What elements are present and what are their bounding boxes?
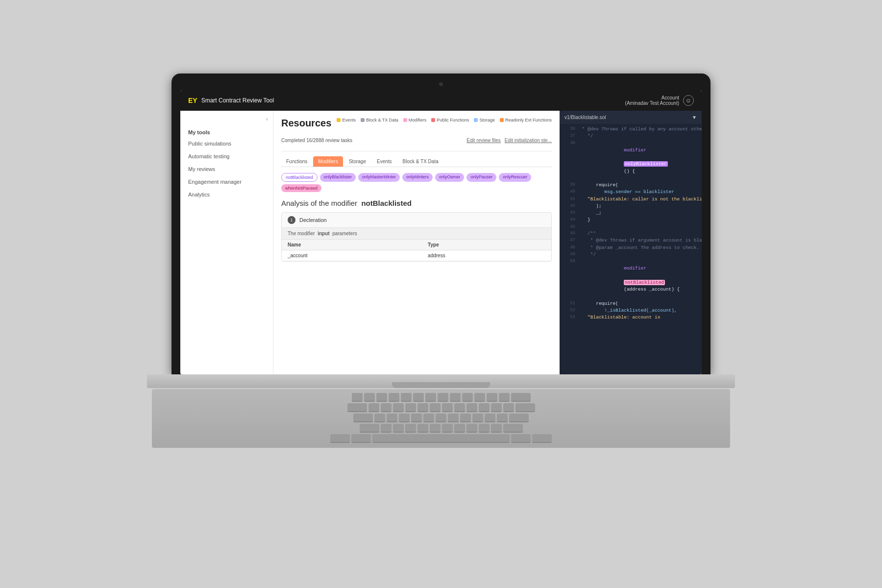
chip-onlyowner[interactable]: onlyOwner [435, 173, 464, 182]
analysis-title: Analysis of the modifier notBlacklisted [281, 199, 552, 207]
legend-dot-public-fn [431, 118, 435, 122]
key [430, 403, 441, 412]
tab-functions[interactable]: Functions [281, 156, 312, 167]
code-line-51: 51 require( [560, 300, 702, 307]
app-title: Smart Contract Review Tool [201, 97, 274, 104]
legend-public-functions: Public Functions [431, 118, 469, 122]
code-line-45: 45 [560, 224, 702, 231]
resources-section: Resources Events Block & TX Data [273, 111, 560, 267]
chip-onlyblacklister[interactable]: onlyBlacklister [320, 173, 356, 182]
code-line-46: 46 /** [560, 230, 702, 237]
code-line-39: 39 require( [560, 182, 702, 189]
chip-onlypauser[interactable]: onlyPauser [466, 173, 496, 182]
declaration-section: 1 Decleration The modifier input paramet… [281, 212, 552, 262]
key [381, 403, 392, 412]
key [374, 414, 385, 422]
ey-logo-text: EY [188, 97, 197, 104]
key [491, 424, 502, 433]
legend-dot-modifiers [403, 118, 407, 122]
code-content[interactable]: 36 * @dev Throws if called by any accoun… [560, 124, 702, 374]
edit-review-files-link[interactable]: Edit review files [466, 138, 500, 143]
key [436, 414, 446, 422]
key [474, 393, 485, 402]
tab-block-tx-data[interactable]: Block & TX Data [398, 156, 443, 167]
legend-dot-storage [474, 118, 478, 122]
key [381, 424, 392, 433]
sidebar-item-public-simulations[interactable]: Public simulations [180, 137, 273, 150]
col-type: Type [422, 240, 551, 250]
tab-storage[interactable]: Storage [344, 156, 371, 167]
progress-info: Completed 16/2888 review tasks Edit revi… [281, 138, 552, 143]
sidebar-item-engagement-manager[interactable]: Engagement manager [180, 175, 273, 188]
key [460, 414, 471, 422]
keyboard-rows [152, 389, 730, 448]
file-dropdown-arrow[interactable]: ▼ [692, 115, 697, 120]
key [442, 424, 453, 433]
key [472, 414, 483, 422]
code-line-50: 50 modifier notBlacklisted (address _acc… [560, 258, 702, 300]
key [485, 414, 495, 422]
laptop-keyboard [152, 389, 730, 448]
key [368, 403, 379, 412]
chip-onlymasterminter[interactable]: onlyMasterMinter [358, 173, 400, 182]
key [515, 403, 535, 412]
key [466, 424, 477, 433]
laptop-base [147, 374, 735, 388]
key [503, 403, 514, 412]
key [376, 393, 387, 402]
key [399, 414, 410, 422]
key [389, 393, 399, 402]
table-row: _account address [282, 250, 551, 261]
key [417, 403, 428, 412]
code-panel: v1/Blacklistable.sol ▼ 36 * @dev Throws … [560, 111, 702, 374]
key [352, 393, 363, 402]
key [411, 414, 422, 422]
tab-events[interactable]: Events [372, 156, 397, 167]
sidebar-collapse-btn[interactable]: ‹ [180, 116, 273, 126]
code-line-47: 47 * @dev Throws if argument account is … [560, 237, 702, 244]
key [462, 393, 473, 402]
key [393, 424, 404, 433]
sidebar-item-analytics[interactable]: Analytics [180, 188, 273, 201]
laptop-wrapper: EY Smart Contract Review Tool Account (A… [147, 74, 735, 514]
collapse-icon[interactable]: ‹ [266, 116, 268, 122]
chip-whennotpaused[interactable]: whenNotPaused [281, 184, 321, 192]
chip-notblacklisted[interactable]: notBlacklisted [281, 173, 318, 182]
key [405, 424, 416, 433]
sidebar-item-my-reviews[interactable]: My reviews [180, 163, 273, 175]
key-enter [509, 414, 529, 422]
laptop-screen-outer: EY Smart Contract Review Tool Account (A… [172, 74, 710, 374]
code-line-43: 43 _; [560, 210, 702, 217]
key-backspace [511, 393, 531, 402]
code-line-40: 40 msg.sender == blacklister [560, 189, 702, 196]
legend-readonly: Readonly Ext Functions [500, 118, 552, 122]
key [401, 393, 412, 402]
decl-table-header: The modifier input parameters [282, 228, 551, 240]
progress-bar-section: Completed 16/2888 review tasks Edit revi… [281, 138, 552, 151]
key [387, 414, 397, 422]
app-logo: EY Smart Contract Review Tool [188, 97, 274, 104]
account-info: Account (Aminadav Test Account) ☺ [625, 95, 694, 106]
legend-dot-block [361, 118, 365, 122]
chip-onlymiters[interactable]: onlyMinters [402, 173, 433, 182]
decl-number: 1 [288, 216, 295, 224]
progress-text: Completed 16/2888 review tasks [281, 138, 352, 143]
decl-title: Decleration [299, 217, 327, 223]
sidebar-item-automatic-testing[interactable]: Automatic testing [180, 150, 273, 163]
account-name: (Aminadav Test Account) [625, 100, 679, 106]
laptop-camera [439, 82, 443, 86]
key [487, 393, 497, 402]
key [405, 403, 416, 412]
sidebar: ‹ My tools Public simulations Automatic … [180, 111, 273, 374]
tab-modifiers[interactable]: Modifiers [313, 156, 343, 167]
key [497, 414, 508, 422]
key [442, 403, 453, 412]
file-name: v1/Blacklistable.sol [564, 115, 606, 120]
key [364, 393, 375, 402]
edit-init-steps-link[interactable]: Edit initialization ste... [505, 138, 552, 143]
user-icon[interactable]: ☺ [683, 95, 694, 106]
resources-title: Resources [281, 118, 331, 129]
code-line-48: 48 * @param _account The address to chec… [560, 245, 702, 251]
key-alt-l [351, 434, 371, 443]
chip-onlyrescuer[interactable]: onlyRescuer [499, 173, 531, 182]
